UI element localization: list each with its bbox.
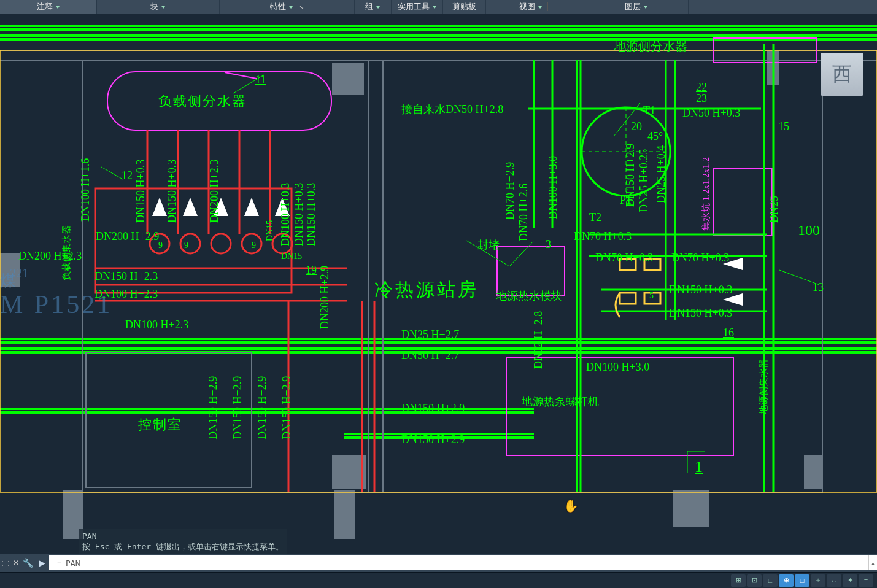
pipe-label: DN150 H+0.3 (305, 183, 318, 246)
label-source-separator: 地源侧分水器 (614, 38, 687, 55)
ribbon-panel-view[interactable]: 视图 ▼ (486, 0, 584, 14)
pipe-label: 接自来水DN50 H+2.8 (401, 102, 503, 117)
status-btn-menu[interactable]: ≡ (859, 574, 873, 587)
pipe-label: DN150 H+2.3 (95, 270, 158, 283)
status-btn-otrack[interactable]: ⌖ (811, 574, 825, 587)
ribbon-panel-clipboard[interactable]: 剪贴板 (443, 0, 486, 14)
label-t2: T2 (589, 211, 601, 224)
command-history: PAN 按 Esc 或 Enter 键退出，或单击右键显示快捷菜单。 (79, 529, 287, 554)
svg-marker-40 (214, 198, 228, 216)
pipe-label: DN150 H+0.3 (669, 284, 732, 296)
svg-rect-16 (86, 352, 252, 487)
column-solid (767, 50, 779, 85)
pipe-label: DN50 H+2.7 (401, 349, 459, 362)
svg-rect-63 (620, 259, 636, 270)
command-history-toggle-icon[interactable]: ▴ (868, 555, 877, 570)
grid-icon: ⊞ (736, 576, 741, 584)
svg-line-69 (509, 241, 534, 266)
column-solid (0, 253, 20, 287)
view-cube-face[interactable]: 西 (821, 53, 863, 96)
pipe-label: DN25 H+0.4 (655, 145, 668, 203)
pipe-label: DN150 H+0.3 (134, 160, 147, 223)
view-cube-label: 西 (832, 61, 852, 88)
pipe-label: DN150 H+2.9 (231, 376, 244, 439)
pipe-label: DN100 H+2.3 (125, 319, 188, 331)
column-solid (332, 63, 364, 95)
ribbon-panel-layers[interactable]: 图层 ▼ (584, 0, 689, 14)
command-bar: ⋮⋮ ✕ 🔧 ▶ － PAN ▴ (0, 554, 877, 572)
leader-number: 13 (813, 281, 824, 294)
pan-cursor-icon: ✋ (563, 498, 579, 513)
ribbon-panel-label: 剪贴板 (452, 1, 476, 12)
label-jishui: 集水坑 1.2x1.2x1.2 (700, 157, 712, 231)
column-solid (673, 490, 709, 527)
ribbon-panel-label: 注释 (37, 1, 53, 12)
svg-marker-42 (275, 198, 290, 216)
command-active-name: PAN (66, 559, 80, 568)
ribbon-panel-group[interactable]: 组 ▼ (355, 0, 392, 14)
dropdown-icon: ▼ (287, 4, 294, 10)
command-history-line: PAN (82, 532, 284, 541)
pipe-label: DN70 H+2.6 (517, 184, 530, 241)
pipe-label: DN150 H+2.9 (207, 376, 220, 439)
label-p1: P1 (620, 194, 632, 207)
svg-marker-38 (152, 198, 167, 216)
svg-rect-64 (644, 259, 660, 270)
pipe-label: DN32 H+2.8 (532, 311, 545, 369)
pipe-label: DN200 H+2.3 (18, 250, 82, 263)
svg-point-32 (211, 234, 231, 253)
label-m1521: M P1521 (0, 290, 112, 319)
label-hotwater-module: 地源热水模块 (496, 288, 562, 303)
ribbon-panel-properties[interactable]: 特性 ▼ ↘ (220, 0, 355, 14)
leader-number: 9 (158, 241, 163, 250)
pipe-label: DN150 H+2.9 (401, 433, 465, 446)
status-btn-grid[interactable]: ⊞ (731, 574, 746, 587)
pipe-label: DN50 H+0.3 (682, 107, 740, 120)
svg-rect-44 (506, 357, 733, 455)
leader-number: 9 (252, 241, 256, 250)
view-cube[interactable]: 西 (808, 41, 876, 108)
status-btn-polar[interactable]: ⊕ (779, 574, 794, 587)
svg-rect-43 (497, 247, 565, 296)
label-angle: 45° (647, 130, 663, 143)
drawing-canvas[interactable]: 西 ✋ 冷热源站房 控制室 负载侧分水器 地源侧分水器 地源热水模块 地源热泵螺… (0, 14, 877, 554)
label-source-collector: 地源侧集水器 (758, 359, 770, 414)
status-btn-transparency[interactable]: ✦ (843, 574, 857, 587)
pipe-label: DN100 H+0.3 (279, 183, 292, 246)
label-seal: 封堵 (477, 238, 500, 252)
status-btn-lweight[interactable]: ↔ (827, 574, 841, 587)
status-btn-ortho[interactable]: ∟ (763, 574, 778, 587)
status-btn-snap[interactable]: ⊡ (747, 574, 762, 587)
ribbon-panel-label: 特性 (270, 1, 286, 12)
leader-number: 11 (255, 74, 266, 87)
label-t1: T1 (643, 104, 655, 117)
status-btn-osnap[interactable]: □ (795, 574, 809, 587)
ribbon-panel-block[interactable]: 块 ▼ (97, 0, 220, 14)
command-input[interactable]: － PAN (49, 555, 868, 570)
section-marker: 1 (695, 458, 703, 476)
ribbon-panel-utilities[interactable]: 实用工具 ▼ (392, 0, 443, 14)
pipe-label: DN150 H+0.3 (293, 183, 306, 246)
pipe-label: DN150 H+2.9 (280, 376, 293, 439)
drawing-svg (0, 14, 877, 554)
dialog-launcher-icon[interactable]: ↘ (299, 4, 304, 10)
separator (547, 2, 548, 11)
svg-rect-18 (0, 50, 877, 492)
snap-icon: ⊡ (752, 576, 757, 584)
svg-point-31 (180, 234, 200, 253)
command-bar-customize-icon[interactable]: 🔧 (21, 558, 34, 568)
ribbon-panel-label: 块 (150, 1, 158, 12)
command-bar-drag-handle[interactable]: ⋮⋮ (0, 554, 11, 572)
command-bar-close-icon[interactable]: ✕ (11, 559, 21, 567)
ribbon-panel-annotate[interactable]: 注释 ▼ (0, 0, 97, 14)
command-history-line: 按 Esc 或 Enter 键退出，或单击右键显示快捷菜单。 (82, 541, 284, 552)
leader-number: 3 (546, 238, 551, 251)
leader-number: 16 (723, 327, 734, 339)
label-100: 100 (798, 222, 820, 239)
dropdown-icon: ▼ (54, 4, 61, 10)
pipe-label-dn15b: DN15 (281, 252, 302, 261)
trans-icon: ✦ (848, 576, 853, 584)
pipe-label: DN100 H+2.3 (95, 288, 158, 301)
leader-number: 23 (696, 92, 707, 105)
leader-number: 9 (184, 241, 188, 250)
